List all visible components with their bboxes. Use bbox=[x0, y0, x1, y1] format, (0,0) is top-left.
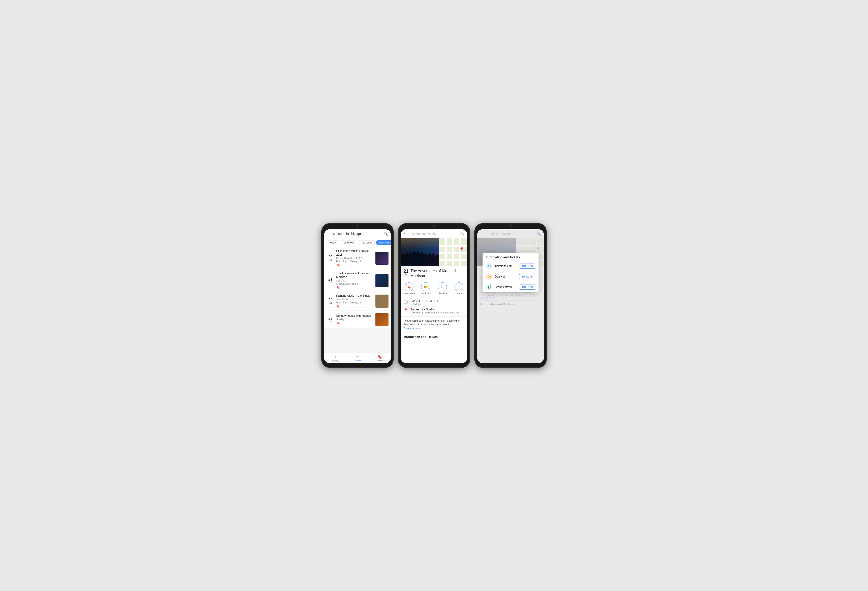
nav-for-you[interactable]: ＋ For You bbox=[324, 355, 346, 362]
phone-2-vol-down bbox=[398, 268, 398, 278]
phone-1-vol-up bbox=[321, 256, 322, 266]
groupsintown-logo: 🎵 bbox=[486, 284, 492, 290]
phone-3-power-button bbox=[546, 252, 547, 263]
event-list: 20 JUL Pitchspoon Music Festival 2018 Fr… bbox=[324, 247, 391, 353]
detail-info-2: 🕐 Sat, Jul 21, 7 PM EDT in 2 days 📍 Snic… bbox=[401, 297, 467, 317]
chip-this-week[interactable]: This Week bbox=[358, 240, 375, 245]
event-main-month-2: JUL bbox=[403, 273, 409, 276]
phone-2-notch bbox=[418, 224, 450, 229]
search-icon-2[interactable]: 🔍 bbox=[460, 231, 465, 236]
dealhub-tickets-button[interactable]: TICKETS bbox=[519, 274, 535, 279]
nav-saved[interactable]: 🔖 Saved bbox=[369, 355, 391, 362]
event-img-2 bbox=[375, 274, 388, 287]
nav-saved-label: Saved bbox=[377, 360, 383, 362]
search-icon-1[interactable]: 🔍 bbox=[384, 231, 388, 236]
venue-info: Snickerpark Stadium 100 West Snickerpark… bbox=[410, 308, 459, 314]
saved-event-btn[interactable]: 🔖 Saved event bbox=[403, 283, 416, 295]
event-daterange-2: Sat, 7 PM bbox=[336, 279, 373, 282]
event-daterange-1: Fri, Jul 20 — Sun, Jul 22 bbox=[336, 257, 373, 259]
datetime-row: 🕐 Sat, Jul 21, 7 PM EDT in 2 days bbox=[403, 299, 465, 305]
action-buttons-2: 🔖 Saved event 🎫 Get tickets ◇ Directions… bbox=[401, 280, 467, 297]
phone-3-vol-mute bbox=[474, 247, 475, 253]
event-location-3: Union Park · Chicago, IL bbox=[336, 301, 373, 304]
for-you-icon: ＋ bbox=[334, 355, 337, 360]
event-info-4: Sunday Feasts with Friends Sunday 🔖 bbox=[336, 314, 373, 325]
event-day-3: 22 bbox=[326, 298, 334, 302]
chip-tomorrow[interactable]: Tomorrow bbox=[340, 240, 356, 245]
event-img-1 bbox=[375, 252, 388, 265]
chip-this-weekend[interactable]: This Weekend bbox=[376, 240, 391, 245]
search-bar-1: ← concerts in chicago 🔍 bbox=[324, 229, 391, 238]
groupsintown-tickets-button[interactable]: TICKETS bbox=[519, 284, 535, 290]
event-day-1: 20 bbox=[326, 255, 334, 259]
event-day-2: 21 bbox=[326, 277, 334, 281]
ticketsite-tickets-button[interactable]: TICKETS bbox=[519, 264, 535, 269]
ticketsite-name: Ticketsite.com bbox=[495, 264, 519, 268]
save-icon-2[interactable]: 🔖 bbox=[336, 286, 340, 289]
back-button-1[interactable]: ← bbox=[327, 231, 331, 236]
event-img-4 bbox=[375, 313, 388, 326]
get-tickets-label: Get tickets bbox=[421, 292, 431, 295]
list-item[interactable]: 21 JUL The Adventures of Kira and Morris… bbox=[324, 270, 391, 292]
save-icon-3[interactable]: 🔖 bbox=[336, 304, 340, 308]
phone-2-camera bbox=[433, 225, 435, 227]
chip-today[interactable]: Today bbox=[326, 240, 338, 245]
list-item[interactable]: 22 JUL Sunday Feasts with Friends Sunday… bbox=[324, 311, 391, 329]
description-text-2: The Adventures of Kira and Morrison is c… bbox=[403, 319, 460, 326]
event-date-4: 22 JUL bbox=[326, 317, 334, 323]
back-button-2[interactable]: ← bbox=[403, 231, 407, 236]
event-title-4: Sunday Feasts with Friends bbox=[336, 314, 373, 318]
event-main-day-2: 21 bbox=[403, 269, 409, 273]
event-day-4: 22 bbox=[326, 317, 334, 320]
nav-for-you-label: For You bbox=[332, 360, 339, 362]
map-road bbox=[452, 238, 453, 266]
phones-container: ← concerts in chicago 🔍 Today Tomorrow T… bbox=[321, 223, 547, 368]
list-item[interactable]: 20 JUL Pitchspoon Music Festival 2018 Fr… bbox=[324, 247, 391, 269]
share-icon-circle: ⤴ bbox=[455, 283, 464, 291]
ticket-link-2[interactable]: Ticketsite.com bbox=[403, 327, 420, 330]
directions-btn[interactable]: ◇ Directions bbox=[436, 283, 449, 295]
dealhub-logo: ⭐ bbox=[486, 273, 492, 280]
event-main-title-2: The Adventures of Kira and Morrison bbox=[410, 269, 465, 279]
ticket-row-3: 🎵 Groupsintown TICKETS bbox=[483, 282, 539, 292]
crowd-visual bbox=[401, 238, 439, 266]
map-pin-2: 📍 bbox=[459, 247, 465, 252]
ticket-row-1: 🏷 Ticketsite.com TICKETS bbox=[483, 261, 539, 271]
phone-3-screen: ← Search for events 🔍 bbox=[477, 229, 544, 363]
detail-desc-2: The Adventures of Kira and Morrison is c… bbox=[401, 317, 467, 333]
event-month-1: JUL bbox=[326, 259, 334, 261]
event-info-1: Pitchspoon Music Festival 2018 Fri, Jul … bbox=[336, 249, 373, 267]
search-bar-2: ← Search for events 🔍 bbox=[401, 229, 467, 238]
get-tickets-btn[interactable]: 🎫 Get tickets bbox=[419, 283, 432, 295]
phone-2-vol-up bbox=[398, 256, 398, 266]
section-header-2: Information and Tickets bbox=[401, 333, 467, 340]
phone-2-vol-mute bbox=[398, 247, 398, 253]
stage-lights bbox=[401, 238, 439, 249]
save-icon-1[interactable]: 🔖 bbox=[336, 263, 340, 267]
event-title-3: Painting Class in the Studio bbox=[336, 294, 373, 298]
share-btn[interactable]: ⤴ Share bbox=[452, 283, 465, 295]
filter-chips: Today Tomorrow This Week This Weekend bbox=[324, 238, 391, 247]
bottom-nav-1: ＋ For You ≡ Browse 🔖 Saved bbox=[324, 353, 391, 363]
map-grid: 📍 bbox=[439, 238, 467, 266]
event-date-col-2: 21 JUL bbox=[403, 269, 409, 276]
list-item[interactable]: 22 JUL Painting Class in the Studio Sun,… bbox=[324, 292, 391, 310]
phone-1-screen: ← concerts in chicago 🔍 Today Tomorrow T… bbox=[324, 229, 391, 363]
save-icon-4[interactable]: 🔖 bbox=[336, 321, 340, 325]
clock-icon: 🕐 bbox=[403, 300, 408, 304]
saved-event-label: Saved event bbox=[403, 292, 415, 295]
nav-browse[interactable]: ≡ Browse bbox=[346, 355, 368, 362]
event-daterange-3: Sun, 12 AM bbox=[336, 298, 373, 301]
event-title-section-2: 21 JUL The Adventures of Kira and Morris… bbox=[401, 266, 467, 280]
ticketsite-logo: 🏷 bbox=[486, 263, 492, 270]
map-road bbox=[445, 238, 447, 266]
search-placeholder-2[interactable]: Search for events bbox=[412, 232, 460, 236]
saved-icon-circle: 🔖 bbox=[404, 283, 413, 291]
phone-3-vol-up bbox=[474, 256, 475, 266]
phone-3-vol-down bbox=[474, 268, 475, 278]
crowd-silhouette bbox=[401, 249, 439, 266]
phone-1: ← concerts in chicago 🔍 Today Tomorrow T… bbox=[321, 223, 394, 368]
datetime-sub: in 2 days bbox=[410, 303, 438, 305]
phone-1-camera bbox=[357, 225, 359, 227]
ticket-popup-header: Information and Tickets bbox=[483, 253, 539, 261]
